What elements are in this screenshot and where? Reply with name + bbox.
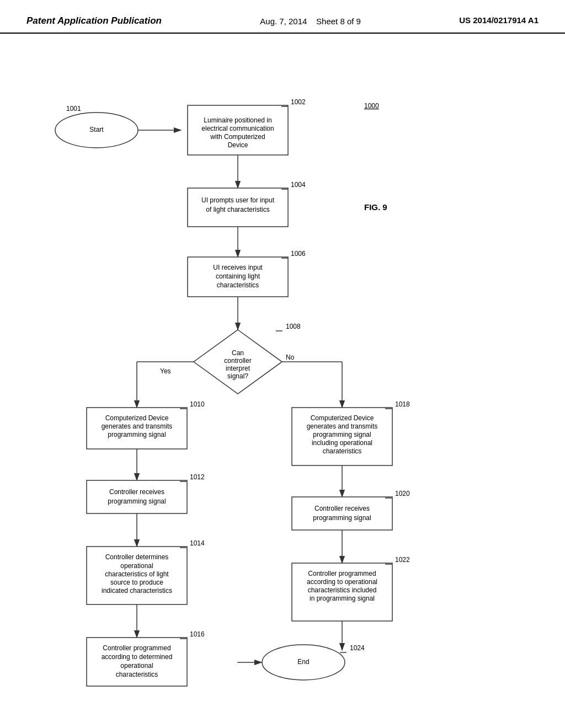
node-1012-text1: Controller receives bbox=[109, 488, 164, 496]
header-date: Aug. 7, 2014 bbox=[260, 17, 307, 26]
node-1014-text4: source to produce bbox=[110, 579, 163, 586]
node-1002-text2: electrical communication bbox=[201, 125, 274, 132]
node-1016-text3: operational bbox=[120, 662, 153, 670]
node-1016-text2: according to determined bbox=[102, 653, 173, 661]
ref-1002: 1002 bbox=[291, 98, 306, 106]
flowchart-diagram: FIG. 9 1000 Start 1001 Luminaire positio… bbox=[0, 39, 565, 690]
ref-1012: 1012 bbox=[190, 473, 205, 481]
node-1014-text5: indicated characteristics bbox=[102, 587, 172, 595]
ref-1014: 1014 bbox=[190, 539, 205, 547]
node-1020-text1: Controller receives bbox=[315, 505, 370, 512]
node-1010-text1: Computerized Device bbox=[105, 414, 169, 422]
ref-1004: 1004 bbox=[291, 181, 306, 189]
node-1018-text4: including operational bbox=[312, 439, 372, 447]
page-header: Patent Application Publication Aug. 7, 2… bbox=[0, 0, 565, 34]
ref-1024: 1024 bbox=[350, 644, 365, 652]
header-sheet: Sheet 8 of 9 bbox=[316, 17, 361, 26]
node-1018-text2: generates and transmits bbox=[307, 422, 378, 430]
end-label: End bbox=[297, 658, 309, 666]
node-1004-text1: UI prompts user for input bbox=[201, 196, 275, 204]
yes-label: Yes bbox=[160, 367, 171, 375]
node-1008-text4: signal? bbox=[227, 372, 248, 380]
node-1002-text4: Device bbox=[228, 141, 248, 149]
header-patent-number: US 2014/0217914 A1 bbox=[459, 15, 539, 25]
node-1006-text1: UI receives input bbox=[213, 264, 263, 271]
ref-1008: 1008 bbox=[286, 323, 301, 330]
node-1016-text1: Controller programmed bbox=[103, 644, 170, 652]
node-1022-text4: in programming signal bbox=[310, 595, 375, 602]
node-1022-text1: Controller programmed bbox=[308, 570, 376, 577]
node-1016-text4: characteristics bbox=[116, 671, 158, 678]
node-1012 bbox=[87, 480, 187, 513]
node-1002-text3: with Computerized bbox=[210, 133, 265, 141]
diagram-number: 1000 bbox=[364, 102, 379, 110]
node-1010-text3: programming signal bbox=[108, 431, 166, 438]
node-1010-text2: generates and transmits bbox=[102, 422, 173, 430]
node-1008-text1: Can bbox=[232, 349, 244, 357]
ref-1018: 1018 bbox=[395, 400, 410, 408]
node-1014-text1: Controller determines bbox=[105, 553, 169, 561]
node-1008-text2: controller bbox=[224, 357, 251, 365]
node-1018-text5: charateristics bbox=[323, 447, 362, 455]
node-1014-text2: operational bbox=[120, 562, 153, 570]
node-1022-text3: characteristics included bbox=[308, 586, 377, 594]
node-1012-text2: programming signal bbox=[108, 497, 166, 505]
node-1006-text3: characteristics bbox=[217, 281, 259, 289]
ref-1010: 1010 bbox=[190, 400, 205, 408]
ref-1016: 1016 bbox=[190, 630, 205, 638]
node-1006-text2: containing light bbox=[216, 272, 260, 280]
header-date-sheet: Aug. 7, 2014 Sheet 8 of 9 bbox=[260, 15, 361, 27]
node-1020 bbox=[292, 497, 392, 530]
node-1018-text3: programming signal bbox=[313, 431, 371, 438]
node-1004-text2: of light characteristics bbox=[206, 206, 269, 213]
node-1008-text3: interpret bbox=[226, 365, 250, 372]
ref-1022: 1022 bbox=[395, 556, 410, 564]
fig-label: FIG. 9 bbox=[364, 202, 387, 212]
node-1002-text: Luminaire positioned in bbox=[204, 116, 271, 124]
node-1014-text3: characteristics of light bbox=[105, 570, 169, 578]
no-label: No bbox=[286, 354, 295, 361]
header-publication-label: Patent Application Publication bbox=[26, 15, 162, 26]
node-1018-text1: Computerized Device bbox=[311, 414, 374, 422]
node-1022-text2: according to operational bbox=[307, 578, 377, 586]
node-1020-text2: programming signal bbox=[313, 514, 371, 522]
start-label: Start bbox=[89, 126, 104, 133]
flowchart-svg: FIG. 9 1000 Start 1001 Luminaire positio… bbox=[0, 39, 565, 690]
ref-1006: 1006 bbox=[291, 250, 306, 258]
ref-1020: 1020 bbox=[395, 490, 410, 497]
ref-1001: 1001 bbox=[66, 105, 81, 113]
